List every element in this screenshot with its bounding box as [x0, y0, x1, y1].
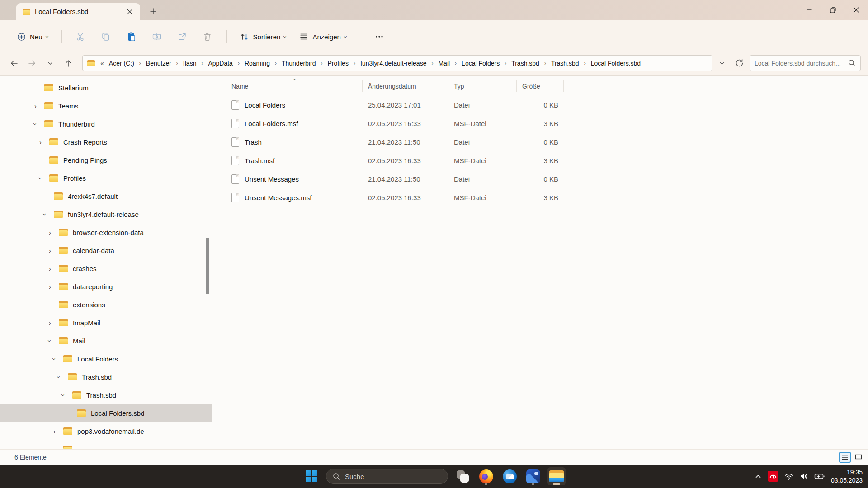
tree-item-4rexk4s7-default[interactable]: ›4rexk4s7.default — [0, 187, 212, 205]
details-view-button[interactable] — [839, 452, 851, 463]
sidebar-scrollbar-thumb[interactable] — [206, 238, 209, 294]
photos-app[interactable] — [524, 467, 542, 485]
breadcrumb-overflow-indicator[interactable]: « — [97, 60, 107, 67]
avira-tray-icon[interactable] — [768, 471, 778, 482]
table-row[interactable]: Trash.msf 02.05.2023 16:33 MSF-Datei 3 K… — [226, 151, 868, 170]
breadcrumb-item[interactable]: Thunderbird — [279, 58, 318, 69]
forward-button[interactable] — [24, 56, 40, 71]
breadcrumb-item[interactable]: Local Folders — [459, 58, 502, 69]
tree-item-datareporting[interactable]: ›datareporting — [0, 277, 212, 296]
expand-chevron-icon[interactable]: › — [46, 247, 54, 254]
thunderbird-app[interactable] — [500, 467, 519, 485]
expand-chevron-icon[interactable]: › — [41, 192, 49, 200]
share-button[interactable] — [170, 27, 194, 47]
expand-chevron-icon[interactable]: › — [37, 138, 44, 146]
breadcrumb-item[interactable]: flasn — [181, 58, 199, 69]
expand-chevron-icon[interactable]: › — [51, 427, 58, 435]
tree-item-partial[interactable]: › — [0, 440, 212, 449]
collapse-chevron-icon[interactable]: › — [55, 373, 63, 381]
cut-button[interactable] — [69, 27, 93, 47]
collapse-chevron-icon[interactable]: › — [46, 337, 54, 345]
collapse-chevron-icon[interactable]: › — [32, 120, 39, 128]
up-button[interactable] — [61, 56, 76, 71]
breadcrumb-item[interactable]: Roaming — [242, 58, 272, 69]
view-button[interactable]: Anzeigen › — [294, 28, 353, 45]
expand-chevron-icon[interactable]: › — [51, 446, 58, 450]
tree-item-local-folders-sbd[interactable]: ›Local Folders.sbd — [0, 404, 212, 422]
column-header-type[interactable]: Typ — [448, 80, 517, 92]
tree-item-imapmail[interactable]: ›ImapMail — [0, 314, 212, 332]
search-input[interactable] — [755, 60, 844, 67]
more-button[interactable] — [368, 27, 391, 47]
tree-item-pending-pings[interactable]: ›Pending Pings — [0, 151, 212, 169]
taskbar-clock[interactable]: 19:35 03.05.2023 — [831, 468, 863, 484]
expand-chevron-icon[interactable]: › — [64, 409, 72, 417]
tree-item-teams[interactable]: ›Teams — [0, 97, 212, 115]
tree-item-local-folders[interactable]: ›Local Folders — [0, 350, 212, 368]
table-row[interactable]: Local Folders.msf 02.05.2023 16:33 MSF-D… — [226, 114, 868, 133]
collapse-chevron-icon[interactable]: › — [51, 355, 58, 363]
sort-button[interactable]: Sortieren › — [234, 28, 292, 46]
table-row[interactable]: Trash 21.04.2023 11:50 Datei 0 KB — [226, 133, 868, 151]
collapse-chevron-icon[interactable]: › — [41, 211, 49, 218]
taskbar-search[interactable]: Suche — [326, 469, 448, 484]
tree-item-thunderbird[interactable]: ›Thunderbird — [0, 115, 212, 133]
tree-item-crash-reports[interactable]: ›Crash Reports — [0, 133, 212, 151]
column-header-date[interactable]: Änderungsdatum — [363, 80, 448, 92]
paste-button[interactable] — [120, 27, 143, 47]
icons-view-button[interactable] — [853, 452, 864, 463]
expand-chevron-icon[interactable]: › — [32, 84, 39, 92]
tab-close-icon[interactable] — [124, 6, 136, 18]
copy-button[interactable] — [94, 27, 118, 47]
explorer-tab[interactable]: Local Folders.sbd — [16, 3, 140, 20]
address-dropdown-button[interactable] — [715, 56, 729, 71]
expand-chevron-icon[interactable]: › — [46, 265, 54, 272]
tree-item-browser-extension-data[interactable]: ›browser-extension-data — [0, 223, 212, 241]
breadcrumb-item[interactable]: Profiles — [325, 58, 351, 69]
tree-item-pop3-vodafonemail[interactable]: ›pop3.vodafonemail.de — [0, 422, 212, 440]
breadcrumb-item[interactable]: Acer (C:) — [107, 58, 137, 69]
expand-chevron-icon[interactable]: › — [46, 283, 54, 291]
restore-button[interactable] — [821, 0, 844, 20]
breadcrumb-item[interactable]: Local Folders.sbd — [589, 58, 643, 69]
collapse-chevron-icon[interactable]: › — [60, 391, 67, 399]
start-button[interactable] — [302, 467, 321, 485]
delete-button[interactable] — [196, 27, 219, 47]
minimize-button[interactable] — [797, 0, 821, 20]
breadcrumb-item[interactable]: fun3lyr4.default-release — [358, 58, 429, 69]
tree-item-trash-sbd-2[interactable]: ›Trash.sbd — [0, 386, 212, 404]
file-explorer-app[interactable] — [547, 467, 566, 485]
back-button[interactable] — [6, 56, 22, 71]
search-icon[interactable] — [848, 59, 856, 67]
breadcrumb-item[interactable]: Trash.sbd — [509, 58, 542, 69]
tree-item-fun3lyr4-default-release[interactable]: ›fun3lyr4.default-release — [0, 205, 212, 223]
expand-chevron-icon[interactable]: › — [37, 156, 44, 164]
table-row[interactable]: Unsent Messages.msf 02.05.2023 16:33 MSF… — [226, 188, 868, 207]
table-row[interactable]: Local Folders 25.04.2023 17:01 Datei 0 K… — [226, 96, 868, 114]
tree-item-profiles[interactable]: ›Profiles — [0, 169, 212, 187]
tree-item-crashes[interactable]: ›crashes — [0, 259, 212, 277]
refresh-button[interactable] — [731, 56, 747, 71]
battery-icon[interactable] — [814, 472, 825, 480]
tray-chevron-up-icon[interactable] — [755, 473, 762, 480]
table-row[interactable]: Unsent Messages 21.04.2023 11:50 Datei 0… — [226, 170, 868, 188]
tree-item-stellarium[interactable]: ›Stellarium — [0, 79, 212, 97]
column-header-size[interactable]: Größe — [517, 80, 564, 92]
volume-icon[interactable] — [799, 472, 808, 480]
expand-chevron-icon[interactable]: › — [46, 301, 54, 309]
expand-chevron-icon[interactable]: › — [32, 102, 39, 110]
expand-chevron-icon[interactable]: › — [46, 229, 54, 236]
recent-locations-button[interactable] — [42, 56, 58, 71]
expand-chevron-icon[interactable]: › — [46, 319, 54, 327]
collapse-chevron-icon[interactable]: › — [37, 174, 44, 182]
tree-item-mail[interactable]: ›Mail — [0, 332, 212, 350]
tree-item-extensions[interactable]: ›extensions — [0, 296, 212, 314]
wifi-icon[interactable] — [784, 472, 793, 480]
breadcrumb-item[interactable]: AppData — [206, 58, 235, 69]
new-tab-button[interactable] — [146, 5, 160, 18]
new-button[interactable]: Neu › — [12, 28, 54, 45]
rename-button[interactable] — [145, 27, 169, 47]
breadcrumb-item[interactable]: Benutzer — [144, 58, 174, 69]
column-header-name[interactable]: › Name — [226, 80, 363, 92]
tree-item-trash-sbd[interactable]: ›Trash.sbd — [0, 368, 212, 386]
